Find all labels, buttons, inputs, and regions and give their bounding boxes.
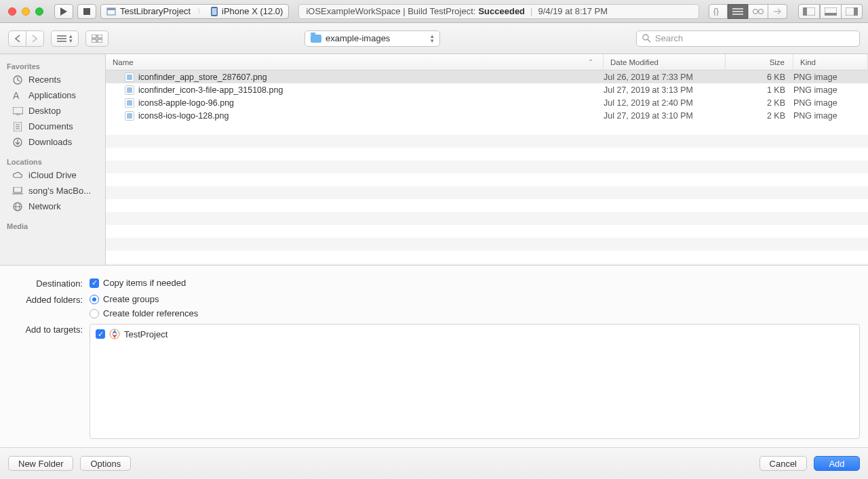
empty-row	[106, 264, 868, 265]
standard-editor-button[interactable]: {}	[709, 4, 728, 19]
col-kind[interactable]: Kind	[793, 54, 868, 70]
xcode-toolbar: TestLibraryProject 〉 iPhone X (12.0) iOS…	[0, 0, 868, 23]
svg-rect-24	[98, 39, 102, 43]
sidebar-item-network[interactable]: Network	[0, 199, 105, 214]
laptop-icon	[12, 186, 23, 196]
file-dialog-toolbar: ▴▾ example-images ▴▾ Search	[0, 23, 868, 54]
copy-items-checkbox[interactable]: ✓ Copy items if needed	[90, 278, 860, 288]
targets-list[interactable]: ✓ TestProject	[90, 324, 860, 439]
create-folder-refs-radio[interactable]: Create folder references	[90, 308, 860, 318]
group-button[interactable]	[85, 30, 108, 47]
svg-text:{}: {}	[713, 7, 719, 16]
toggle-debug-button[interactable]	[820, 4, 842, 19]
bottom-panel-icon	[825, 7, 837, 16]
search-placeholder: Search	[655, 33, 683, 43]
applications-icon: A	[12, 91, 23, 100]
added-folders-label: Added folders:	[8, 294, 83, 305]
sidebar-item-icloud[interactable]: iCloud Drive	[0, 167, 105, 183]
create-groups-radio[interactable]: Create groups	[90, 294, 860, 304]
svg-rect-5	[212, 8, 217, 15]
file-date: Jul 27, 2019 at 3:13 PM	[604, 85, 726, 95]
empty-row	[106, 148, 868, 161]
file-row[interactable]: iconfinder_icon-3-file-app_315108.pngJul…	[106, 83, 868, 96]
file-list-area: Name⌃ Date Modified Size Kind iconfinder…	[106, 54, 868, 265]
svg-text:A: A	[13, 91, 20, 100]
view-mode-button[interactable]: ▴▾	[51, 30, 79, 47]
window-traffic-lights	[8, 7, 43, 16]
activity-time: 9/4/19 at 8:17 PM	[538, 6, 608, 16]
cloud-icon	[12, 171, 23, 180]
add-to-targets-label: Add to targets:	[8, 324, 83, 439]
project-icon	[106, 7, 116, 16]
forward-button[interactable]	[26, 30, 44, 47]
braces-icon: {}	[713, 7, 723, 16]
toggle-navigator-button[interactable]	[798, 4, 820, 19]
chevron-right-icon	[32, 35, 38, 43]
file-rows: iconfinder_app_store_287607.pngJul 26, 2…	[106, 70, 868, 265]
editor-nav-button[interactable]	[768, 4, 787, 19]
desktop-icon	[12, 106, 23, 116]
add-button[interactable]: Add	[814, 456, 860, 471]
svg-rect-23	[92, 39, 96, 43]
cancel-button[interactable]: Cancel	[760, 456, 807, 471]
close-window-button[interactable]	[8, 7, 16, 16]
scheme-selector[interactable]: TestLibraryProject 〉 iPhone X (12.0)	[100, 4, 289, 19]
new-folder-button[interactable]: New Folder	[8, 456, 73, 471]
sidebar-item-downloads[interactable]: Downloads	[0, 134, 105, 150]
updown-icon: ▴▾	[431, 34, 434, 43]
file-name: iconfinder_app_store_287607.png	[138, 72, 267, 82]
file-date: Jul 26, 2019 at 7:33 PM	[604, 72, 726, 82]
activity-status: Succeeded	[478, 6, 525, 16]
run-button[interactable]	[54, 4, 73, 19]
chevron-left-icon	[14, 35, 20, 43]
folder-popup[interactable]: example-images ▴▾	[304, 30, 440, 47]
svg-rect-15	[825, 13, 837, 16]
scheme-project-label: TestLibraryProject	[120, 6, 191, 16]
target-name: TestProject	[124, 329, 167, 339]
radio-unchecked-icon	[90, 309, 99, 318]
panel-toggle-group	[798, 4, 863, 19]
target-row[interactable]: ✓ TestProject	[96, 329, 854, 339]
sidebar-item-applications[interactable]: AApplications	[0, 87, 105, 103]
empty-row	[106, 251, 868, 264]
file-size: 6 KB	[726, 72, 793, 82]
svg-rect-17	[854, 7, 858, 16]
col-size[interactable]: Size	[726, 54, 793, 70]
sidebar-section-locations: Locations	[0, 155, 105, 167]
empty-row	[106, 122, 868, 135]
checkbox-checked-icon[interactable]: ✓	[96, 329, 105, 339]
assistant-editor-button[interactable]	[728, 4, 748, 19]
back-button[interactable]	[8, 30, 26, 47]
search-input[interactable]: Search	[636, 30, 860, 47]
file-row[interactable]: icons8-ios-logo-128.pngJul 27, 2019 at 3…	[106, 109, 868, 122]
search-icon	[642, 34, 651, 43]
file-size: 2 KB	[726, 111, 793, 121]
empty-row	[106, 225, 868, 238]
downloads-icon	[12, 138, 23, 147]
toggle-inspector-button[interactable]	[842, 4, 863, 19]
options-button[interactable]: Options	[80, 456, 131, 471]
network-icon	[12, 202, 23, 211]
svg-rect-22	[98, 35, 102, 38]
svg-point-10	[753, 9, 758, 14]
svg-rect-13	[803, 7, 807, 16]
file-row[interactable]: iconfinder_app_store_287607.pngJul 26, 2…	[106, 70, 868, 83]
empty-row	[106, 238, 868, 251]
left-panel-icon	[803, 7, 815, 16]
version-editor-button[interactable]	[748, 4, 768, 19]
file-kind: PNG image	[793, 85, 868, 95]
sidebar-item-computer[interactable]: song's MacBo...	[0, 183, 105, 199]
svg-rect-29	[13, 107, 23, 114]
sidebar: Favorites Recents AApplications Desktop …	[0, 54, 106, 265]
file-row[interactable]: icons8-apple-logo-96.pngJul 12, 2019 at …	[106, 96, 868, 109]
minimize-window-button[interactable]	[22, 7, 30, 16]
sidebar-item-desktop[interactable]: Desktop	[0, 103, 105, 119]
sidebar-item-documents[interactable]: Documents	[0, 119, 105, 134]
zoom-window-button[interactable]	[35, 7, 43, 16]
col-name[interactable]: Name⌃	[106, 54, 604, 70]
bottom-bar: New Folder Options Cancel Add	[0, 448, 868, 479]
sidebar-item-recents[interactable]: Recents	[0, 72, 105, 87]
stop-button[interactable]	[77, 4, 96, 19]
checkbox-checked-icon: ✓	[90, 278, 99, 288]
col-date[interactable]: Date Modified	[604, 54, 726, 70]
